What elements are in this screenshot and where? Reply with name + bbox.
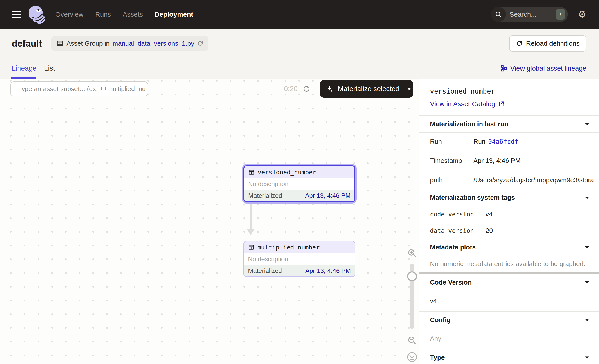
asset-group-chip: Asset Group in manual_data_versions_1.py xyxy=(51,36,208,51)
asset-node-status: Materialized xyxy=(248,267,282,275)
asset-node-name: multiplied_number xyxy=(257,244,319,251)
asset-graph-canvas[interactable]: Type an asset subset... (ex: ++multiplie… xyxy=(0,79,419,364)
chevron-down-icon xyxy=(585,196,590,199)
asset-node-body: No description xyxy=(244,253,355,265)
chevron-down-icon xyxy=(585,122,590,126)
tab-bar: Lineage List View global asset lineage xyxy=(0,58,599,79)
refresh-icon[interactable] xyxy=(303,81,310,96)
table-row-run: Run Run 04a6fcdf xyxy=(419,132,599,151)
timestamp-value: Apr 13, 4:46 PM xyxy=(467,151,599,171)
asset-subset-input[interactable]: Type an asset subset... (ex: ++multiplie… xyxy=(10,81,148,96)
horizontal-scrollbar[interactable] xyxy=(419,272,599,274)
table-icon xyxy=(248,244,255,251)
gear-icon[interactable]: ⚙ xyxy=(578,10,586,19)
view-global-asset-lineage-label: View global asset lineage xyxy=(510,65,586,72)
reload-definitions-button[interactable]: Reload definitions xyxy=(509,35,587,52)
panel-asset-name: versioned_number xyxy=(430,87,599,95)
sparkle-icon xyxy=(326,85,334,93)
asset-node-header: multiplied_number xyxy=(244,241,355,253)
nav-item-assets[interactable]: Assets xyxy=(123,11,143,18)
page-header: default Asset Group in manual_data_versi… xyxy=(0,29,599,58)
chevron-down-icon xyxy=(585,318,590,322)
external-link-icon xyxy=(498,101,504,107)
code-version-value: v4 xyxy=(479,206,599,222)
asset-node-materialization-time[interactable]: Apr 13, 4:46 PM xyxy=(305,192,351,199)
asset-node-footer: Materialized Apr 13, 4:46 PM xyxy=(244,190,354,201)
table-row-data-version: data_version 20 xyxy=(419,223,599,239)
asset-node-footer: Materialized Apr 13, 4:46 PM xyxy=(244,265,355,277)
code-version-text: v4 xyxy=(419,291,599,312)
nav-item-overview[interactable]: Overview xyxy=(55,11,83,18)
section-type[interactable]: Type xyxy=(419,349,599,364)
section-materialization-in-last-run[interactable]: Materialization in last run xyxy=(419,116,599,132)
view-in-asset-catalog-link[interactable]: View in Asset Catalog xyxy=(430,100,504,108)
table-row-code-version: code_version v4 xyxy=(419,206,599,223)
nav-item-deployment[interactable]: Deployment xyxy=(155,11,193,18)
search-placeholder: Search... xyxy=(510,11,556,18)
primary-nav: Overview Runs Assets Deployment xyxy=(55,11,193,18)
asset-node-body: No description xyxy=(244,178,354,190)
data-version-value: 20 xyxy=(479,223,599,239)
table-icon xyxy=(56,40,63,47)
lineage-edge xyxy=(250,202,252,230)
asset-node-materialization-time[interactable]: Apr 13, 4:46 PM xyxy=(305,267,351,275)
nav-item-runs[interactable]: Runs xyxy=(95,11,111,18)
chevron-down-icon xyxy=(585,281,590,284)
section-metadata-plots[interactable]: Metadata plots xyxy=(419,239,599,256)
search-input[interactable]: Search... / xyxy=(491,7,568,22)
zoom-in-icon[interactable] xyxy=(407,248,417,258)
chevron-down-icon xyxy=(407,87,412,91)
asset-group-label: Asset Group in xyxy=(66,40,110,47)
materialize-options-dropdown[interactable] xyxy=(405,80,413,98)
top-nav-bar: Overview Runs Assets Deployment Search..… xyxy=(0,0,599,29)
materialize-selected-button[interactable]: Materialize selected xyxy=(320,80,413,98)
asset-node-description: No description xyxy=(248,256,288,263)
asset-subset-placeholder: Type an asset subset... (ex: ++multiplie… xyxy=(18,85,146,93)
metadata-plots-empty-message: No numeric metadata entries available to… xyxy=(419,256,599,272)
search-shortcut-badge: / xyxy=(556,9,565,20)
download-image-icon[interactable] xyxy=(406,351,418,363)
view-global-asset-lineage-link[interactable]: View global asset lineage xyxy=(501,58,586,78)
table-row-timestamp: Timestamp Apr 13, 4:46 PM xyxy=(419,151,599,171)
refresh-icon[interactable] xyxy=(197,40,203,47)
tab-lineage[interactable]: Lineage xyxy=(12,58,36,78)
asset-group-file-link[interactable]: manual_data_versions_1.py xyxy=(113,40,194,47)
dagster-logo[interactable] xyxy=(26,4,46,25)
active-tab-underline xyxy=(11,77,36,79)
lineage-edge-arrowhead xyxy=(247,229,254,235)
asset-node-name: versioned_number xyxy=(258,169,316,176)
chevron-down-icon xyxy=(585,245,590,249)
view-in-asset-catalog-label: View in Asset Catalog xyxy=(430,100,495,108)
section-code-version[interactable]: Code Version xyxy=(419,274,599,291)
asset-node-header: versioned_number xyxy=(244,166,354,178)
refresh-icon xyxy=(516,40,523,47)
materialize-selected-label: Materialize selected xyxy=(338,85,399,93)
asset-node-multiplied-number[interactable]: multiplied_number No description Materia… xyxy=(244,241,355,277)
reload-definitions-label: Reload definitions xyxy=(526,40,580,47)
table-row-path: path /Users/sryza/dagster/tmppvqwm9e3/st… xyxy=(419,171,599,189)
page-title: default xyxy=(12,38,42,49)
asset-node-description: No description xyxy=(248,181,289,188)
asset-details-panel: versioned_number View in Asset Catalog M… xyxy=(419,79,599,364)
main-content: Type an asset subset... (ex: ++multiplie… xyxy=(0,79,599,364)
refresh-countdown: 0:20 xyxy=(284,81,298,96)
tab-list[interactable]: List xyxy=(44,58,55,78)
search-icon xyxy=(491,7,506,22)
run-value-prefix: Run xyxy=(474,138,485,145)
chevron-down-icon xyxy=(585,356,590,359)
asset-node-status: Materialized xyxy=(248,192,282,199)
asset-node-versioned-number[interactable]: versioned_number No description Material… xyxy=(244,165,355,202)
zoom-out-icon[interactable] xyxy=(407,335,417,346)
menu-icon[interactable] xyxy=(12,9,21,20)
run-id-link[interactable]: 04a6fcdf xyxy=(488,138,519,145)
section-config[interactable]: Config xyxy=(419,312,599,329)
table-icon xyxy=(248,169,255,175)
config-value: Any xyxy=(419,329,599,349)
path-link[interactable]: /Users/sryza/dagster/tmppvqwm9e3/stora xyxy=(474,176,594,184)
section-materialization-system-tags[interactable]: Materialization system tags xyxy=(419,189,599,206)
zoom-slider-handle[interactable] xyxy=(407,271,417,281)
lineage-graph-icon xyxy=(501,65,507,72)
